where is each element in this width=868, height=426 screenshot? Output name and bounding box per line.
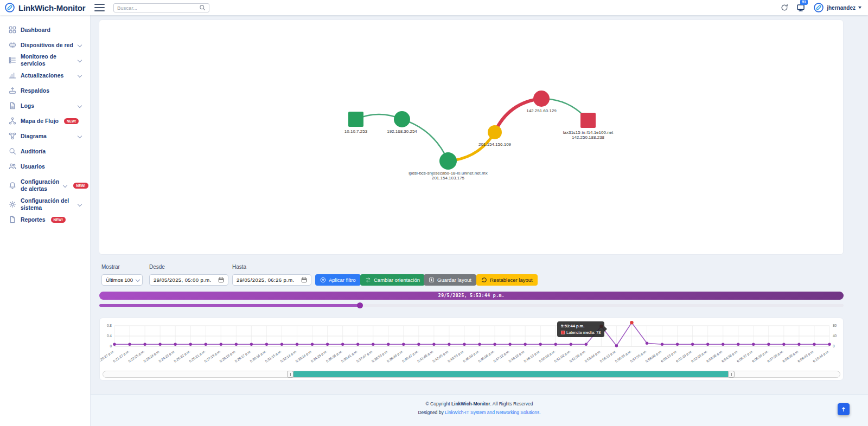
data-point[interactable] xyxy=(691,343,694,346)
sidebar-item-mapa-de-flujo[interactable]: Mapa de FlujoNEW! xyxy=(0,113,90,128)
sidebar-item-configuracion-de-alertas[interactable]: Configuración de alertasNEW! xyxy=(0,174,90,197)
data-point[interactable] xyxy=(570,343,572,346)
data-point[interactable] xyxy=(174,343,176,346)
data-point[interactable] xyxy=(782,343,785,346)
data-point[interactable] xyxy=(311,343,314,346)
data-point[interactable] xyxy=(372,343,374,346)
data-point[interactable] xyxy=(524,343,526,346)
svg-text:5:39:48 p.m.: 5:39:48 p.m. xyxy=(386,349,404,364)
data-point[interactable] xyxy=(508,343,511,346)
svg-text:5:50:08 p.m.: 5:50:08 p.m. xyxy=(538,349,556,364)
network-topology-canvas[interactable]: 10.10.7.253192.168.30.254ipdsl-bcs-snjos… xyxy=(99,20,844,255)
sidebar-item-configuracion-del-sistema[interactable]: Configuración del sistema xyxy=(0,197,90,212)
network-node[interactable] xyxy=(348,112,363,127)
user-menu[interactable]: jhernandez xyxy=(813,2,861,13)
sidebar-item-reportes[interactable]: ReportesNEW! xyxy=(0,212,90,227)
data-point[interactable] xyxy=(143,343,146,346)
data-point[interactable] xyxy=(356,343,359,346)
data-point[interactable] xyxy=(280,343,283,346)
sidebar-item-monitoreo-de-servicios[interactable]: Monitoreo de servicios xyxy=(0,53,90,68)
search-input[interactable] xyxy=(117,5,199,11)
data-point[interactable] xyxy=(493,343,496,346)
sidebar-item-dashboard[interactable]: Dashboard xyxy=(0,22,90,37)
data-point[interactable] xyxy=(554,343,557,346)
brand-logo[interactable]: LinkWich-Monitor xyxy=(4,2,89,13)
data-point[interactable] xyxy=(128,343,131,346)
data-point[interactable] xyxy=(630,321,633,324)
save-layout-button[interactable]: Guardar layout xyxy=(424,274,476,286)
data-point[interactable] xyxy=(417,343,420,346)
data-point[interactable] xyxy=(599,325,603,328)
latency-chart-card: 0.80.40804005:20:27 p.m.5:21:27 p.m.5:22… xyxy=(99,318,844,380)
data-point[interactable] xyxy=(737,343,739,346)
sidebar-item-actualizaciones[interactable]: Actualizaciones xyxy=(0,68,90,83)
data-point[interactable] xyxy=(752,343,755,346)
sidebar-item-label: Dispositivos de red xyxy=(21,42,73,49)
data-point[interactable] xyxy=(615,344,618,347)
data-point[interactable] xyxy=(767,343,770,346)
data-point[interactable] xyxy=(676,343,679,346)
apply-filter-button[interactable]: Aplicar filtro xyxy=(315,274,361,286)
sidebar-item-diagrama[interactable]: Diagrama xyxy=(0,128,90,144)
notifications-button[interactable]: 51 xyxy=(796,3,805,12)
desde-input[interactable]: 29/05/2025, 05:00 p.m. xyxy=(149,274,228,286)
network-node[interactable] xyxy=(580,113,596,128)
svg-text:80: 80 xyxy=(833,324,837,327)
sidebar-item-logs[interactable]: Logs xyxy=(0,98,90,113)
data-point[interactable] xyxy=(463,343,465,346)
data-point[interactable] xyxy=(158,343,161,346)
change-orientation-button[interactable]: Cambiar orientación xyxy=(360,274,425,286)
range-handle-left[interactable] xyxy=(287,371,293,378)
data-point[interactable] xyxy=(402,343,405,346)
data-point[interactable] xyxy=(113,343,116,346)
sidebar-item-dispositivos-de-red[interactable]: Dispositivos de red xyxy=(0,37,90,53)
sidebar-toggle-button[interactable] xyxy=(94,4,105,11)
data-point[interactable] xyxy=(813,343,815,346)
svg-text:5:46:06 p.m.: 5:46:06 p.m. xyxy=(477,349,495,364)
data-point[interactable] xyxy=(539,343,541,346)
data-point[interactable] xyxy=(722,343,724,346)
data-point[interactable] xyxy=(205,343,207,346)
timeline-progress-bar[interactable]: 29/5/2025, 5:53:44 p.m. xyxy=(99,292,844,300)
svg-text:6:00:13 p.m.: 6:00:13 p.m. xyxy=(660,349,678,364)
data-point[interactable] xyxy=(828,343,831,346)
range-selection[interactable] xyxy=(293,371,728,377)
data-point[interactable] xyxy=(326,343,329,346)
sidebar-item-auditoria[interactable]: Auditoría xyxy=(0,144,90,159)
reset-layout-button[interactable]: Restablecer layout xyxy=(476,274,538,286)
chart-range-scrollbar[interactable] xyxy=(103,371,840,378)
network-node[interactable] xyxy=(439,152,457,170)
data-point[interactable] xyxy=(189,343,192,346)
refresh-button[interactable] xyxy=(781,4,788,11)
svg-text:6:01:20 p.m.: 6:01:20 p.m. xyxy=(675,349,693,364)
sidebar-item-usuarios[interactable]: Usuarios xyxy=(0,159,90,174)
data-point[interactable] xyxy=(265,343,268,346)
data-point[interactable] xyxy=(706,343,709,346)
data-point[interactable] xyxy=(341,343,344,346)
timeline-slider[interactable] xyxy=(99,302,844,308)
network-node[interactable] xyxy=(533,91,550,107)
data-point[interactable] xyxy=(661,343,663,346)
data-point[interactable] xyxy=(797,343,800,346)
data-point[interactable] xyxy=(250,343,253,346)
data-point[interactable] xyxy=(432,343,435,346)
network-node[interactable] xyxy=(394,111,410,127)
slider-thumb[interactable] xyxy=(357,302,363,308)
latency-chart[interactable]: 0.80.40804005:20:27 p.m.5:21:27 p.m.5:22… xyxy=(100,319,844,371)
hasta-input[interactable]: 29/05/2025, 06:26 p.m. xyxy=(232,274,311,286)
data-point[interactable] xyxy=(235,343,238,346)
data-point[interactable] xyxy=(585,343,588,346)
data-point[interactable] xyxy=(646,342,648,345)
sidebar-item-respaldos[interactable]: Respaldos xyxy=(0,83,90,98)
search-icon[interactable] xyxy=(199,4,206,11)
data-point[interactable] xyxy=(448,343,450,346)
data-point[interactable] xyxy=(296,343,298,346)
range-handle-right[interactable] xyxy=(728,371,735,378)
network-node[interactable] xyxy=(488,125,502,139)
data-point[interactable] xyxy=(387,343,390,346)
mostrar-select[interactable]: Últimos 100 xyxy=(101,274,143,286)
designer-link[interactable]: LinkWich-IT System and Networking Soluti… xyxy=(445,410,541,415)
scroll-to-top-button[interactable] xyxy=(838,403,850,415)
data-point[interactable] xyxy=(478,343,481,346)
data-point[interactable] xyxy=(220,343,222,346)
